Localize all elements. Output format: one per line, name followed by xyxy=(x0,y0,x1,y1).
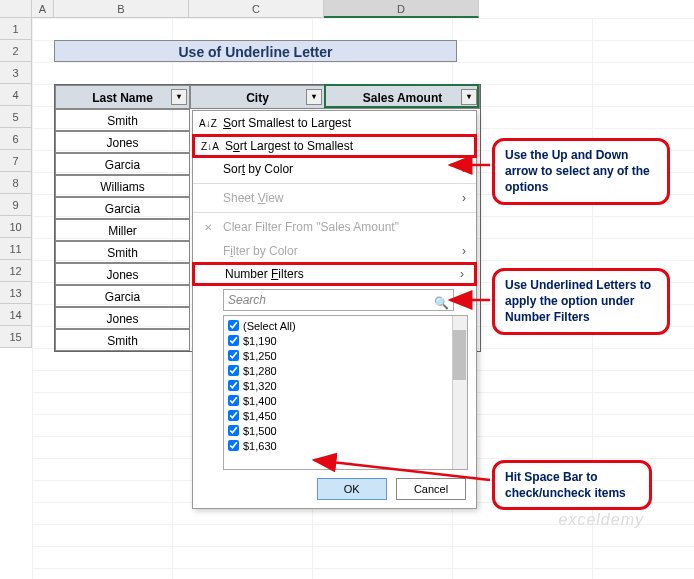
header-label: Sales Amount xyxy=(363,91,443,105)
column-headers: A B C D xyxy=(0,0,479,18)
select-all-corner[interactable] xyxy=(0,0,32,18)
check-select-all[interactable]: (Select All) xyxy=(228,318,463,333)
watermark: exceldemy xyxy=(559,511,644,529)
row-header[interactable]: 9 xyxy=(0,194,32,216)
row-header[interactable]: 7 xyxy=(0,150,32,172)
row-header[interactable]: 11 xyxy=(0,238,32,260)
check-item[interactable]: $1,280 xyxy=(228,363,463,378)
check-label: $1,400 xyxy=(243,395,277,407)
col-header-d[interactable]: D xyxy=(324,0,479,18)
callout-underlined: Use Underlined Letters to apply the opti… xyxy=(492,268,670,335)
cell-last-name[interactable]: Jones xyxy=(55,131,190,153)
callout-arrow-keys: Use the Up and Down arrow to select any … xyxy=(492,138,670,205)
search-placeholder: Search xyxy=(228,293,266,307)
check-label: $1,280 xyxy=(243,365,277,377)
sort-by-color[interactable]: Sort by Color › xyxy=(193,157,476,181)
col-header-c[interactable]: C xyxy=(189,0,324,18)
search-input[interactable]: Search 🔍 xyxy=(223,289,454,311)
header-city[interactable]: City ▾ xyxy=(190,85,325,109)
sheet-view: Sheet View › xyxy=(193,186,476,210)
sort-asc-icon: A↓Z xyxy=(199,118,217,129)
row-header[interactable]: 10 xyxy=(0,216,32,238)
filter-button-icon[interactable]: ▾ xyxy=(306,89,322,105)
callout-spacebar: Hit Space Bar to check/uncheck items xyxy=(492,460,652,510)
clear-filter: ✕ Clear Filter From "Sales Amount" xyxy=(193,215,476,239)
sort-descending[interactable]: Z↓A Sort Largest to Smallest xyxy=(192,134,477,158)
row-header[interactable]: 13 xyxy=(0,282,32,304)
number-filters[interactable]: Number Filters › xyxy=(192,262,477,286)
header-label: City xyxy=(246,91,269,105)
menu-label: rt Largest to Smallest xyxy=(240,139,353,153)
check-label: $1,500 xyxy=(243,425,277,437)
header-sales-amount[interactable]: Sales Amount ▾ xyxy=(325,85,480,109)
scroll-thumb[interactable] xyxy=(453,330,466,380)
ok-button[interactable]: OK xyxy=(317,478,387,500)
row-header[interactable]: 6 xyxy=(0,128,32,150)
dialog-buttons: OK Cancel xyxy=(193,470,476,508)
filter-button-icon[interactable]: ▾ xyxy=(461,89,477,105)
chevron-right-icon: › xyxy=(462,191,466,205)
row-header[interactable]: 5 xyxy=(0,106,32,128)
cell-last-name[interactable]: Jones xyxy=(55,307,190,329)
check-item[interactable]: $1,250 xyxy=(228,348,463,363)
row-header[interactable]: 14 xyxy=(0,304,32,326)
cell-last-name[interactable]: Garcia xyxy=(55,153,190,175)
chevron-right-icon: › xyxy=(460,267,464,281)
check-item[interactable]: $1,450 xyxy=(228,408,463,423)
row-header[interactable]: 4 xyxy=(0,84,32,106)
checkbox[interactable] xyxy=(228,440,239,451)
col-header-a[interactable]: A xyxy=(32,0,54,18)
chevron-right-icon: › xyxy=(462,162,466,176)
menu-label: ort Smallest to Largest xyxy=(231,116,351,130)
check-label: $1,450 xyxy=(243,410,277,422)
sort-ascending[interactable]: A↓Z Sort Smallest to Largest xyxy=(193,111,476,135)
row-header[interactable]: 2 xyxy=(0,40,32,62)
check-item[interactable]: $1,500 xyxy=(228,423,463,438)
checkbox[interactable] xyxy=(228,320,239,331)
checkbox[interactable] xyxy=(228,335,239,346)
scrollbar[interactable] xyxy=(452,316,467,469)
cell-last-name[interactable]: Jones xyxy=(55,263,190,285)
checkbox[interactable] xyxy=(228,365,239,376)
row-header[interactable]: 15 xyxy=(0,326,32,348)
filter-dropdown: A↓Z Sort Smallest to Largest Z↓A Sort La… xyxy=(192,110,477,509)
cell-last-name[interactable]: Garcia xyxy=(55,285,190,307)
check-label: $1,320 xyxy=(243,380,277,392)
check-item[interactable]: $1,190 xyxy=(228,333,463,348)
cell-last-name[interactable]: Smith xyxy=(55,241,190,263)
cell-last-name[interactable]: Smith xyxy=(55,109,190,131)
cancel-button[interactable]: Cancel xyxy=(396,478,466,500)
row-header[interactable]: 12 xyxy=(0,260,32,282)
check-item[interactable]: $1,320 xyxy=(228,378,463,393)
checkbox[interactable] xyxy=(228,410,239,421)
check-label: $1,630 xyxy=(243,440,277,452)
cell-last-name[interactable]: Williams xyxy=(55,175,190,197)
sort-desc-icon: Z↓A xyxy=(201,141,219,152)
search-icon: 🔍 xyxy=(434,293,449,313)
checkbox[interactable] xyxy=(228,380,239,391)
check-label: (Select All) xyxy=(243,320,296,332)
checkbox[interactable] xyxy=(228,395,239,406)
row-header[interactable]: 8 xyxy=(0,172,32,194)
check-item[interactable]: $1,400 xyxy=(228,393,463,408)
separator xyxy=(193,212,476,213)
cell-last-name[interactable]: Miller xyxy=(55,219,190,241)
cell-last-name[interactable]: Smith xyxy=(55,329,190,351)
chevron-right-icon: › xyxy=(462,244,466,258)
page-title: Use of Underline Letter xyxy=(54,40,457,62)
filter-checklist: (Select All) $1,190 $1,250 $1,280 $1,320… xyxy=(223,315,468,470)
checkbox[interactable] xyxy=(228,425,239,436)
filter-by-color: Filter by Color › xyxy=(193,239,476,263)
row-headers: 1 2 3 4 5 6 7 8 9 10 11 12 13 14 15 xyxy=(0,18,32,348)
row-header[interactable]: 1 xyxy=(0,18,32,40)
checkbox[interactable] xyxy=(228,350,239,361)
check-item[interactable]: $1,630 xyxy=(228,438,463,453)
separator xyxy=(193,183,476,184)
filter-button-icon[interactable]: ▾ xyxy=(171,89,187,105)
cell-last-name[interactable]: Garcia xyxy=(55,197,190,219)
check-label: $1,190 xyxy=(243,335,277,347)
menu-label: Clear Filter From "Sales Amount" xyxy=(223,220,399,234)
header-last-name[interactable]: Last Name ▾ xyxy=(55,85,190,109)
row-header[interactable]: 3 xyxy=(0,62,32,84)
col-header-b[interactable]: B xyxy=(54,0,189,18)
